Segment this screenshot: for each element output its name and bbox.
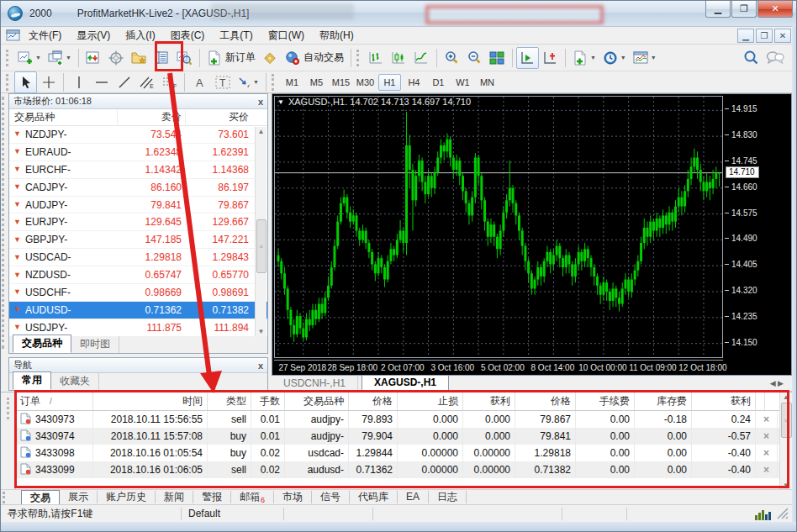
new-chart-button[interactable]: ▼: [14, 47, 45, 69]
child-restore-button[interactable]: ❐: [756, 29, 773, 43]
title-bar[interactable]: 2000 ProfitMarketHK-Live2 - [XAGUSD-,H1]…: [1, 1, 797, 26]
status-profile[interactable]: Default: [182, 508, 284, 520]
terminal-tab-市场[interactable]: 市场: [274, 491, 312, 503]
timeframe-d1[interactable]: D1: [427, 74, 450, 91]
market-watch-tab-即时图[interactable]: 即时图: [71, 336, 119, 353]
bar-chart-mode-button[interactable]: [365, 47, 388, 69]
restore-button[interactable]: ❐: [731, 1, 757, 18]
market-watch-button[interactable]: [82, 47, 105, 69]
market-watch-row[interactable]: ▼GBPJPY-147.185147.221: [9, 231, 267, 249]
order-row[interactable]: 34309732018.10.11 15:56:55sell0.01audjpy…: [16, 411, 779, 428]
market-watch-row[interactable]: ▼NZDJPY-73.54473.601: [9, 126, 267, 144]
toolbar-grip[interactable]: [272, 74, 277, 91]
market-watch-row[interactable]: ▼USDCAD-1.298181.29843: [9, 249, 267, 266]
menu-item-3[interactable]: 图表(C): [163, 27, 213, 45]
orders-column-0[interactable]: 订单/: [16, 392, 93, 410]
orders-column-11[interactable]: 获利: [692, 392, 756, 410]
menu-item-4[interactable]: 工具(T): [212, 27, 260, 45]
child-minimize-button[interactable]: ▁: [737, 29, 754, 43]
order-row[interactable]: 34330992018.10.16 01:06:05sell0.02audusd…: [16, 461, 779, 478]
toolbar-grip[interactable]: [6, 74, 11, 91]
candlestick-chart[interactable]: [275, 97, 722, 357]
close-icon[interactable]: x: [258, 97, 263, 106]
orders-column-5[interactable]: 价格: [349, 392, 398, 410]
chart-collapse-icon[interactable]: ▼: [277, 98, 284, 106]
market-watch-row[interactable]: ▼USDCHF-0.986690.98691: [9, 284, 267, 302]
time-axis[interactable]: 27 Sep 201828 Sep 18:002 Oct 07:003 Oct …: [274, 360, 723, 375]
search-button[interactable]: [740, 47, 763, 69]
timeframe-h1[interactable]: H1: [378, 74, 401, 91]
candlestick-mode-button[interactable]: [388, 47, 410, 69]
terminal-tab-警报[interactable]: 警报: [193, 491, 231, 503]
terminal-tab-信号[interactable]: 信号: [312, 491, 350, 503]
column-symbol[interactable]: 交易品种: [9, 110, 117, 124]
zoom-out-button[interactable]: [463, 47, 486, 69]
menu-item-1[interactable]: 显示(V): [69, 27, 118, 45]
toolbar-grip[interactable]: [6, 50, 11, 66]
child-close-button[interactable]: ✕: [774, 29, 791, 43]
market-watch-row[interactable]: ▼AUDJPY-79.84179.867: [9, 197, 267, 214]
market-watch-row[interactable]: ▼AUDUSD-0.713620.71382: [9, 302, 267, 319]
orders-column-10[interactable]: 库存费: [635, 392, 692, 410]
timeframe-mn[interactable]: MN: [476, 74, 499, 91]
menu-item-5[interactable]: 窗口(W): [261, 27, 312, 45]
navigator-button[interactable]: ★: [128, 47, 150, 69]
menu-item-6[interactable]: 帮助(H): [312, 27, 362, 45]
orders-column-1[interactable]: 时间: [93, 392, 208, 410]
order-row[interactable]: 34330982018.10.16 01:05:54buy0.02usdcad-…: [16, 445, 779, 461]
fibonacci-tool-button[interactable]: F: [158, 71, 181, 93]
market-watch-tab-交易品种[interactable]: 交易品种: [13, 334, 71, 353]
terminal-tab-邮箱[interactable]: 邮箱6: [231, 491, 274, 503]
market-watch-titlebar[interactable]: 市场报价: 01:06:18 x: [9, 94, 267, 109]
column-ask[interactable]: 买价: [185, 110, 252, 124]
menu-item-0[interactable]: 文件(F): [21, 27, 69, 45]
terminal-tab-账户历史[interactable]: 账户历史: [98, 491, 156, 503]
menu-item-2[interactable]: 插入(I): [118, 27, 162, 45]
terminal-tab-新闻[interactable]: 新闻: [156, 491, 193, 503]
chart-tab-USDCNH-,H1[interactable]: USDCNH-,H1: [272, 377, 358, 391]
market-watch-row[interactable]: ▼EURJPY-129.645129.667: [9, 213, 267, 231]
tile-windows-button[interactable]: [486, 47, 509, 69]
orders-column-3[interactable]: 手数: [251, 392, 285, 410]
terminal-button[interactable]: [150, 47, 173, 69]
orders-column-6[interactable]: 止损: [398, 392, 463, 410]
periods-button[interactable]: ▼: [599, 47, 630, 69]
terminal-tab-代码库[interactable]: 代码库: [350, 491, 398, 503]
timeframe-h4[interactable]: H4: [403, 74, 425, 91]
indicators-button[interactable]: ▼: [569, 47, 599, 69]
arrows-tool-button[interactable]: ▼: [234, 71, 262, 93]
horizontal-line-tool-button[interactable]: [90, 71, 113, 93]
price-axis[interactable]: 14.91514.83014.74514.66014.57514.49014.4…: [725, 96, 789, 358]
minimize-button[interactable]: ▁: [705, 1, 731, 18]
close-icon[interactable]: x: [258, 361, 263, 370]
market-watch-row[interactable]: ▼CADJPY-86.16086.197: [9, 179, 267, 197]
crosshair-tool-button[interactable]: [37, 71, 60, 93]
terminal-scrollbar[interactable]: ▲ ≡ ▼: [779, 392, 792, 490]
orders-column-7[interactable]: 获利: [463, 392, 515, 410]
vertical-line-tool-button[interactable]: [67, 71, 90, 93]
close-button[interactable]: ✕: [757, 1, 793, 18]
metaeditor-button[interactable]: [259, 47, 282, 69]
timeframe-w1[interactable]: W1: [451, 74, 474, 91]
community-button[interactable]: [763, 47, 788, 69]
orders-column-4[interactable]: 交易品种: [285, 392, 349, 410]
market-watch-row[interactable]: ▼EURCHF-1.143421.14368: [9, 161, 267, 179]
timeframe-m5[interactable]: M5: [305, 74, 328, 91]
label-tool-button[interactable]: T: [211, 71, 234, 93]
timeframe-m1[interactable]: M1: [281, 74, 303, 91]
data-window-button[interactable]: [105, 47, 128, 69]
order-row[interactable]: 34309742018.10.11 15:57:08buy0.01audjpy-…: [16, 428, 779, 445]
toolbar-grip[interactable]: [356, 50, 362, 66]
orders-column-8[interactable]: 价格: [515, 392, 576, 410]
resize-grip-icon[interactable]: [777, 508, 789, 519]
panel-grip[interactable]: [3, 492, 14, 503]
new-order-button[interactable]: 新订单: [203, 47, 259, 69]
auto-scroll-button[interactable]: [516, 47, 539, 69]
tab-scroll-arrows[interactable]: ◀ ▶: [770, 379, 784, 387]
timeframe-m30[interactable]: M30: [354, 74, 377, 91]
templates-button[interactable]: ▼: [630, 47, 660, 69]
cursor-tool-button[interactable]: [14, 71, 37, 93]
close-order-icon[interactable]: ×: [756, 445, 778, 461]
terminal-grip-strip[interactable]: [1, 392, 16, 490]
terminal-tab-展示[interactable]: 展示: [60, 491, 98, 503]
